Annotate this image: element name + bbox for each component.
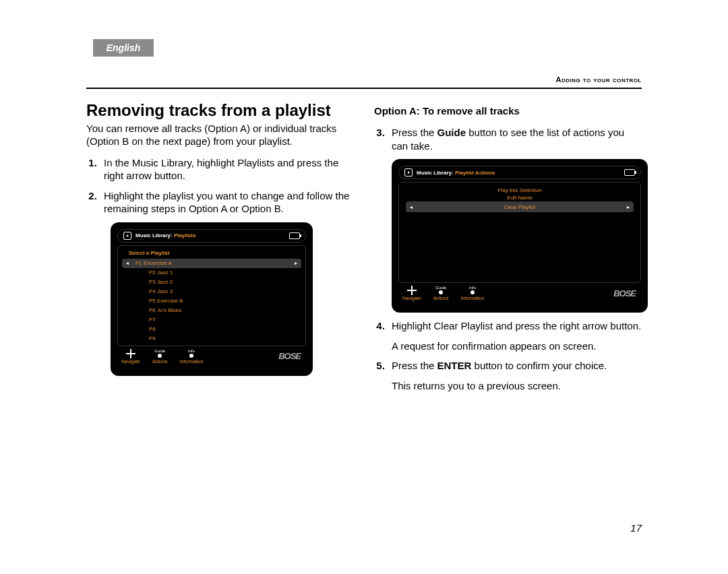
dot-icon	[189, 354, 193, 358]
crumb-leaf: Playlists	[174, 232, 195, 238]
tv-list-item: P5 Exercise B	[122, 296, 301, 306]
crumb-root: Music Library:	[135, 232, 173, 238]
dpad-icon	[126, 349, 135, 358]
dot-icon	[471, 290, 475, 294]
tv-list-item: P7	[122, 315, 301, 325]
steps-list-left: In the Music Library, highlight Playlist…	[86, 156, 354, 216]
tv-screenshot-playlists: Music Library: Playlists Select a Playli…	[111, 222, 313, 376]
footer-info: Info Information	[180, 349, 204, 364]
tv-footer: Navigate Guide Actions Info Information …	[117, 346, 306, 364]
footer-navigate: Navigate	[402, 286, 421, 301]
page-title: Removing tracks from a playlist	[86, 101, 354, 120]
chevron-left-icon: ◂	[126, 260, 133, 266]
footer-guide: Guide Actions	[152, 349, 168, 364]
tv-list-item: P9	[122, 334, 301, 344]
battery-icon	[624, 169, 635, 176]
tv-list-item: P8	[122, 325, 301, 334]
chevron-right-icon: ▸	[627, 204, 630, 210]
tv-footer: Navigate Guide Actions Info Information …	[398, 283, 641, 301]
footer-info: Info Information	[461, 286, 485, 300]
step-2: Highlight the playlist you want to chang…	[100, 189, 354, 216]
steps-list-right-2: Highlight Clear Playlist and press the r…	[374, 319, 642, 333]
language-tab: English	[93, 39, 154, 57]
tv-breadcrumb: Music Library: Playlists	[135, 232, 195, 238]
tv-list-item: P2 Jazz 1	[122, 268, 301, 278]
footer-guide: Guide Actions	[433, 286, 449, 300]
option-a-title: Option A: To remove all tracks	[374, 105, 642, 117]
footer-navigate: Navigate	[121, 349, 140, 364]
crumb-root: Music Library:	[417, 170, 454, 176]
step-3: Press the Guide button to see the list o…	[388, 126, 642, 152]
tv-list-item-selected: ◂ P1 Excercize A ▸	[122, 259, 301, 268]
tv-breadcrumb: Music Library: Playlist Actions	[417, 170, 495, 176]
dot-icon	[439, 290, 443, 294]
tv-playlist-list: Select a Playlist ◂ P1 Excercize A ▸ P2 …	[117, 245, 306, 346]
page-number: 17	[630, 522, 642, 534]
brand-logo: BOSE	[278, 351, 302, 361]
battery-icon	[289, 232, 300, 239]
tv-list-item: P4 Jazz 3	[122, 287, 301, 296]
chevron-left-icon: ◂	[410, 204, 413, 210]
section-header: Adding to your control	[555, 75, 642, 84]
step-5: Press the ENTER button to confirm your c…	[388, 359, 642, 373]
play-icon	[404, 168, 413, 177]
intro-paragraph: You can remove all tracks (Option A) or …	[86, 123, 354, 148]
brand-logo: BOSE	[613, 288, 637, 298]
tv-header: Music Library: Playlists	[117, 229, 306, 243]
horizontal-rule	[86, 88, 642, 89]
tv-actions-list: Play this Selection Edit Name ◂ Clear Pl…	[398, 182, 641, 283]
left-column: Removing tracks from a playlist You can …	[86, 101, 354, 399]
content-columns: Removing tracks from a playlist You can …	[86, 101, 642, 399]
step-4-note: A request for confirmation appears on sc…	[392, 340, 642, 353]
tv-list-title: Select a Playlist	[129, 250, 301, 256]
play-icon	[123, 232, 131, 240]
dot-icon	[158, 354, 162, 358]
right-column: Option A: To remove all tracks Press the…	[374, 101, 642, 399]
language-label: English	[107, 42, 141, 53]
tv-header: Music Library: Playlist Actions	[398, 166, 641, 179]
dpad-icon	[407, 286, 417, 295]
crumb-leaf: Playlist Actions	[455, 170, 495, 176]
tv-item-label: P1 Excercize A	[135, 260, 172, 266]
tv-action-item: Edit Name	[403, 194, 636, 201]
tv-screenshot-actions: Music Library: Playlist Actions Play thi…	[392, 159, 648, 313]
steps-list-right-1: Press the Guide button to see the list o…	[374, 126, 642, 152]
chevron-right-icon: ▸	[291, 260, 297, 266]
steps-list-right-3: Press the ENTER button to confirm your c…	[374, 359, 642, 373]
tv-list-item: P6 Jo's Blues	[122, 306, 301, 315]
step-1: In the Music Library, highlight Playlist…	[100, 156, 354, 183]
tv-action-item-selected: ◂ Clear Playlist ▸	[406, 201, 634, 212]
tv-action-item: Play this Selection	[403, 187, 636, 194]
step-5-note: This returns you to a previous screen.	[392, 379, 642, 393]
manual-page: English Adding to your control Removing …	[0, 0, 728, 574]
tv-list-item: P3 Jazz 2	[122, 278, 301, 287]
step-4: Highlight Clear Playlist and press the r…	[388, 319, 642, 333]
